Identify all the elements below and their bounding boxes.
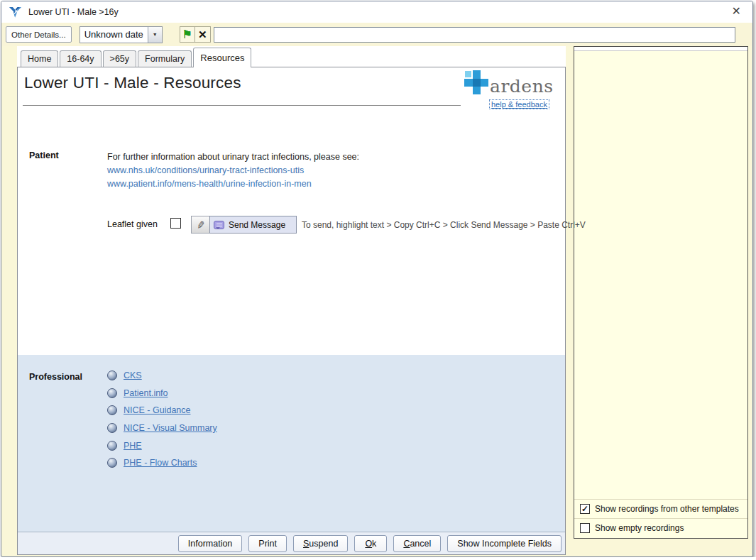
ok-button[interactable]: Ok [354,535,387,552]
annotate-button[interactable]: ✎ [191,216,210,234]
ardens-logo: ardens help & feedback [463,69,562,110]
toolbar: Other Details... Unknown date ▼ ⚑ ✕ [1,23,752,46]
close-icon[interactable]: ✕ [732,5,741,18]
page-title: Lower UTI - Male - Resources [24,74,241,92]
patient-info-link[interactable]: Patient.info [124,388,168,398]
professional-section: Professional CKS Patient.info NICE - Gui… [18,355,565,532]
send-message-button[interactable]: Send Message [209,216,297,234]
globe-icon [107,388,117,398]
list-item: CKS [107,367,217,385]
ardens-cross-icon [464,70,488,94]
show-empty-checkbox[interactable] [580,523,590,533]
help-feedback-link[interactable]: help & feedback [489,99,549,109]
professional-links-list: CKS Patient.info NICE - Guidance NICE - … [107,367,217,472]
leaflet-given-label: Leaflet given [107,219,158,229]
globe-icon [107,370,117,380]
footer-button-bar: Information Print Suspend Ok Cancel Show… [18,532,565,554]
leaflet-given-checkbox[interactable] [170,218,181,229]
globe-icon [107,405,117,415]
other-details-button[interactable]: Other Details... [6,26,72,43]
pencil-icon: ✎ [195,219,205,231]
list-item: PHE - Flow Charts [107,454,217,472]
ardens-brand-text: ardens [490,76,554,97]
tab-strip: Home 16-64y >65y Formulary Resources [17,46,566,67]
tab-home[interactable]: Home [21,50,58,67]
patient-intro-text: For further information about urinary tr… [107,152,359,162]
tab-resources[interactable]: Resources [193,48,251,67]
chevron-down-icon[interactable]: ▼ [148,27,162,43]
heading-divider [23,105,461,106]
check-icon: ✓ [581,505,588,514]
list-item: NICE - Guidance [107,402,217,419]
template-window: Lower UTI - Male >16y ✕ Other Details...… [1,1,753,557]
cancel-button[interactable]: Cancel [393,535,441,552]
globe-icon [107,423,117,433]
send-message-label: Send Message [229,220,285,230]
patient-info-block: For further information about urinary tr… [107,150,359,191]
send-message-hint: To send, highlight text > Copy Ctrl+C > … [302,220,586,230]
clear-x-icon: ✕ [198,29,207,40]
message-bubble-icon [214,221,224,229]
title-bar: Lower UTI - Male >16y ✕ [1,1,752,23]
event-date-combobox[interactable]: Unknown date ▼ [80,26,163,43]
phe-flow-charts-link[interactable]: PHE - Flow Charts [124,458,197,468]
app-logo-icon [9,6,22,19]
free-text-input[interactable] [214,27,735,43]
list-item: PHE [107,437,217,454]
tab-over-65y[interactable]: >65y [103,50,136,67]
flag-icon: ⚑ [182,29,192,40]
nhs-uti-link[interactable]: www.nhs.uk/conditions/urinary-tract-infe… [107,164,359,177]
clear-button[interactable]: ✕ [195,26,211,43]
recordings-header-strip [574,47,747,51]
information-button[interactable]: Information [178,535,243,552]
nice-visual-summary-link[interactable]: NICE - Visual Summary [124,423,217,433]
show-empty-label: Show empty recordings [595,523,684,533]
event-date-value: Unknown date [80,27,148,43]
globe-icon [107,458,117,468]
show-recordings-label: Show recordings from other templates [595,504,739,514]
show-recordings-checkbox[interactable]: ✓ [580,504,590,514]
suspend-button[interactable]: Suspend [293,535,348,552]
print-button[interactable]: Print [248,535,287,552]
professional-section-label: Professional [29,372,82,382]
tab-16-64y[interactable]: 16-64y [60,50,101,67]
recordings-panel: ✓ Show recordings from other templates S… [574,46,748,539]
flag-button-group: ⚑ ✕ [180,26,211,43]
list-item: NICE - Visual Summary [107,419,217,437]
globe-icon [107,441,117,451]
cks-link[interactable]: CKS [124,370,142,380]
resources-tab-panel: Lower UTI - Male - Resources ardens help… [17,67,566,555]
phe-link[interactable]: PHE [124,441,142,451]
patient-section-label: Patient [29,150,59,160]
show-empty-row: Show empty recordings [574,518,747,537]
nice-guidance-link[interactable]: NICE - Guidance [124,405,190,415]
tab-formulary[interactable]: Formulary [138,50,192,67]
list-item: Patient.info [107,385,217,402]
patient-info-uti-link[interactable]: www.patient.info/mens-health/urine-infec… [107,177,359,191]
show-recordings-row: ✓ Show recordings from other templates [574,499,747,518]
show-incomplete-fields-button[interactable]: Show Incomplete Fields [447,535,561,552]
window-title: Lower UTI - Male >16y [28,7,119,17]
flag-button[interactable]: ⚑ [180,26,195,43]
